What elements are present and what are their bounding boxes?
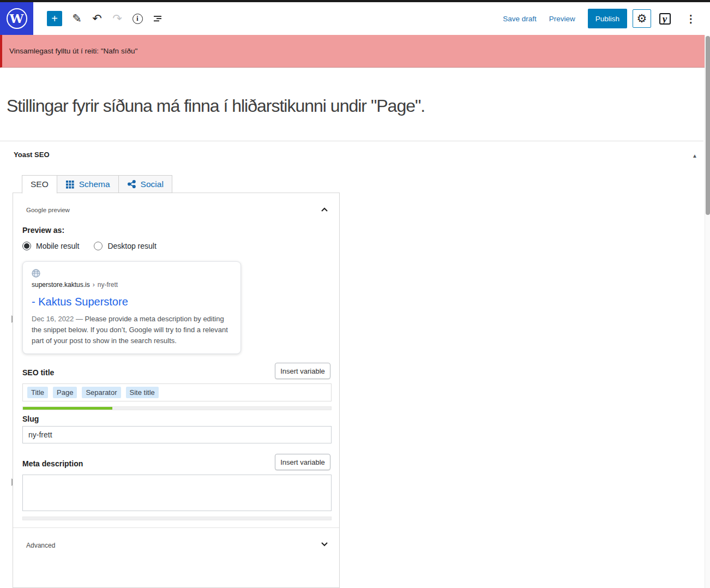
wordpress-logo-button[interactable]: W xyxy=(0,2,33,35)
validation-notice: Vinsamlegast fylltu út í reiti: "Nafn sí… xyxy=(0,35,705,68)
google-snippet-preview: superstore.kaktus.is › ny-frett - Kaktus… xyxy=(22,261,241,354)
wordpress-editor: W + ✎ ↶ ↷ i Save draft Preview Publish ⚙… xyxy=(0,0,710,588)
notice-text: Vinsamlegast fylltu út í reiti: "Nafn sí… xyxy=(9,47,137,55)
slug-input[interactable] xyxy=(22,426,332,443)
snippet-date: Dec 16, 2022 xyxy=(32,315,74,323)
variable-chip-separator[interactable]: Separator xyxy=(82,387,121,398)
preview-as-label: Preview as: xyxy=(22,226,64,235)
edit-tool-button[interactable]: ✎ xyxy=(68,9,86,28)
undo-icon: ↶ xyxy=(92,12,102,25)
seo-title-length-bar xyxy=(22,406,332,410)
google-preview-label: Google preview xyxy=(26,207,70,213)
variable-chip-site-title[interactable]: Site title xyxy=(126,387,159,398)
yoast-icon: y xyxy=(659,13,671,25)
settings-button[interactable]: ⚙ xyxy=(633,9,651,28)
meta-description-length-bar xyxy=(22,517,332,520)
tab-social[interactable]: Social xyxy=(118,175,172,193)
chevron-down-icon xyxy=(320,541,329,550)
pencil-icon: ✎ xyxy=(72,12,82,25)
grid-icon xyxy=(65,179,75,189)
triangle-up-icon: ▲ xyxy=(692,153,697,159)
variable-chip-page[interactable]: Page xyxy=(53,387,77,398)
seo-title-length-fill xyxy=(23,407,112,410)
variable-chip-title[interactable]: Title xyxy=(27,387,48,398)
metabox-collapse-button[interactable]: ▲ xyxy=(689,151,700,160)
snippet-title[interactable]: - Kaktus Superstore xyxy=(32,296,232,308)
desktop-result-radio[interactable]: Desktop result xyxy=(94,242,156,250)
list-view-button[interactable] xyxy=(148,9,167,28)
save-draft-button[interactable]: Save draft xyxy=(503,15,537,23)
kebab-menu-icon: ⋮ xyxy=(686,13,696,25)
undo-button[interactable]: ↶ xyxy=(88,9,106,28)
globe-favicon-icon xyxy=(32,269,40,278)
snippet-description: Dec 16, 2022 — Please provide a meta des… xyxy=(32,314,232,346)
redo-button[interactable]: ↷ xyxy=(108,9,127,28)
redo-icon: ↷ xyxy=(112,12,122,25)
gear-icon: ⚙ xyxy=(637,12,647,25)
metabox-divider xyxy=(0,141,703,141)
info-icon: i xyxy=(133,14,143,24)
desktop-result-label: Desktop result xyxy=(107,242,156,250)
tab-seo-label: SEO xyxy=(31,179,49,189)
publish-button[interactable]: Publish xyxy=(588,9,627,28)
yoast-seo-panel: Google preview Preview as: Mobile result… xyxy=(13,193,340,588)
yoast-seo-button[interactable]: y xyxy=(655,9,674,28)
tab-seo[interactable]: SEO xyxy=(22,175,57,194)
mobile-result-radio[interactable]: Mobile result xyxy=(22,242,79,250)
insert-variable-button-title[interactable]: Insert variable xyxy=(275,363,330,379)
details-button[interactable]: i xyxy=(128,9,147,28)
toolbar-actions: Save draft Preview Publish ⚙ y ⋮ xyxy=(503,9,705,28)
block-inserter-button[interactable]: + xyxy=(47,11,62,26)
snippet-url: superstore.kaktus.is › ny-frett xyxy=(32,281,232,289)
metabox-title: Yoast SEO xyxy=(14,151,50,159)
meta-description-label: Meta description xyxy=(22,459,83,468)
chevron-up-icon xyxy=(320,206,329,215)
scrollbar-thumb[interactable] xyxy=(706,36,710,215)
section-divider xyxy=(13,527,339,528)
page-heading[interactable]: Stillingar fyrir síðuna má finna í hliða… xyxy=(7,96,661,116)
meta-description-input[interactable] xyxy=(22,475,332,511)
mobile-result-label: Mobile result xyxy=(36,242,79,250)
seo-title-input[interactable]: Title Page Separator Site title xyxy=(22,383,332,401)
google-preview-section-toggle[interactable]: Google preview xyxy=(13,204,339,219)
seo-title-label: SEO title xyxy=(22,368,54,377)
scrollbar-track[interactable] xyxy=(705,35,710,588)
advanced-section-toggle[interactable]: Advanced xyxy=(13,538,339,554)
preview-mode-radios: Mobile result Desktop result xyxy=(22,242,171,250)
snippet-path: ny-frett xyxy=(98,281,118,289)
yoast-tabs: SEO Schema xyxy=(22,175,172,194)
preview-button[interactable]: Preview xyxy=(549,15,575,23)
radio-selected-icon xyxy=(22,242,31,250)
tab-schema[interactable]: Schema xyxy=(57,175,119,193)
insert-variable-button-meta[interactable]: Insert variable xyxy=(275,454,330,470)
breadcrumb-separator: › xyxy=(93,281,95,289)
advanced-label: Advanced xyxy=(26,542,55,549)
tab-social-label: Social xyxy=(141,179,164,189)
editor-toolbar: W + ✎ ↶ ↷ i Save draft Preview Publish ⚙… xyxy=(0,2,705,35)
slug-label: Slug xyxy=(22,415,39,423)
options-menu-button[interactable]: ⋮ xyxy=(684,9,698,28)
snippet-site: superstore.kaktus.is xyxy=(32,281,90,289)
list-view-icon xyxy=(152,13,163,24)
wordpress-logo-icon: W xyxy=(7,8,27,29)
tab-schema-label: Schema xyxy=(79,179,110,189)
share-icon xyxy=(127,179,136,189)
radio-unselected-icon xyxy=(94,242,103,250)
